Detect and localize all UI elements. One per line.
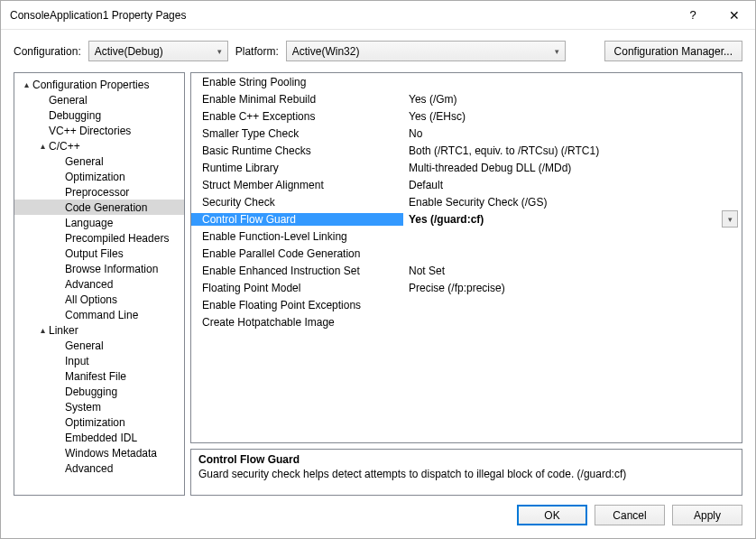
property-value[interactable]: Not Set bbox=[403, 265, 742, 277]
expander-icon[interactable]: ▴ bbox=[38, 325, 47, 335]
tree-item-label: Input bbox=[65, 355, 89, 367]
property-name: Control Flow Guard bbox=[191, 213, 403, 226]
tree-item-label: Manifest File bbox=[65, 370, 126, 383]
tree-item[interactable]: All Options bbox=[14, 292, 184, 307]
config-toolbar: Configuration: Active(Debug) ▾ Platform:… bbox=[1, 30, 755, 67]
property-value[interactable]: Yes (/EHsc) bbox=[403, 110, 742, 123]
property-row[interactable]: Struct Member AlignmentDefault bbox=[191, 176, 742, 193]
tree-item[interactable]: Debugging bbox=[14, 384, 184, 399]
tree-item-label: Optimization bbox=[65, 416, 125, 429]
tree-item-label: Debugging bbox=[65, 386, 117, 398]
property-row[interactable]: Enable Function-Level Linking bbox=[191, 228, 742, 245]
tree-item-label: Optimization bbox=[65, 171, 125, 183]
apply-button[interactable]: Apply bbox=[672, 505, 742, 525]
property-name: Basic Runtime Checks bbox=[191, 144, 403, 157]
tree-item[interactable]: Preprocessor bbox=[14, 184, 184, 200]
property-row[interactable]: Enable String Pooling bbox=[191, 73, 742, 90]
property-row[interactable]: Enable Parallel Code Generation bbox=[191, 245, 742, 262]
tree-item[interactable]: Output Files bbox=[14, 246, 184, 261]
property-value[interactable]: Yes (/guard:cf) bbox=[403, 213, 742, 226]
platform-label: Platform: bbox=[235, 45, 279, 58]
configuration-dropdown[interactable]: Active(Debug) ▾ bbox=[88, 41, 228, 61]
tree-item-label: Linker bbox=[49, 324, 78, 337]
titlebar: ConsoleApplication1 Property Pages ? ✕ bbox=[1, 1, 755, 30]
content-area: ▴Configuration PropertiesGeneralDebuggin… bbox=[1, 67, 755, 496]
ok-button[interactable]: OK bbox=[517, 505, 587, 525]
tree-item[interactable]: ▴C/C++ bbox=[14, 138, 184, 153]
property-value[interactable]: Yes (/Gm) bbox=[403, 93, 742, 106]
platform-dropdown[interactable]: Active(Win32) ▾ bbox=[286, 41, 566, 61]
tree-item-label: Code Generation bbox=[65, 201, 147, 214]
tree-item-label: Advanced bbox=[65, 278, 113, 291]
property-name: Security Check bbox=[191, 196, 403, 209]
property-value[interactable]: Enable Security Check (/GS) bbox=[403, 196, 742, 209]
tree-item[interactable]: Input bbox=[14, 353, 184, 368]
tree-item[interactable]: Command Line bbox=[14, 307, 184, 322]
tree-item[interactable]: Advanced bbox=[14, 276, 184, 292]
category-tree[interactable]: ▴Configuration PropertiesGeneralDebuggin… bbox=[14, 72, 185, 496]
dropdown-button[interactable]: ▾ bbox=[722, 210, 738, 228]
tree-item[interactable]: Precompiled Headers bbox=[14, 230, 184, 246]
tree-item[interactable]: Optimization bbox=[14, 414, 184, 430]
tree-item[interactable]: General bbox=[14, 92, 184, 107]
property-value[interactable]: No bbox=[403, 127, 742, 140]
property-row[interactable]: Enable Floating Point Exceptions bbox=[191, 296, 742, 313]
tree-item[interactable]: VC++ Directories bbox=[14, 123, 184, 138]
dialog-buttons: OK Cancel Apply bbox=[1, 496, 755, 538]
property-name: Runtime Library bbox=[191, 162, 403, 174]
tree-item-label: Output Files bbox=[65, 247, 124, 260]
tree-item[interactable]: Code Generation bbox=[14, 200, 184, 215]
tree-item[interactable]: Debugging bbox=[14, 107, 184, 123]
property-grid[interactable]: Enable String PoolingEnable Minimal Rebu… bbox=[190, 72, 742, 443]
property-name: Enable C++ Exceptions bbox=[191, 110, 403, 123]
tree-item-label: VC++ Directories bbox=[49, 125, 131, 137]
property-row[interactable]: Smaller Type CheckNo bbox=[191, 125, 742, 142]
property-row[interactable]: Enable Enhanced Instruction SetNot Set bbox=[191, 262, 742, 279]
property-name: Floating Point Model bbox=[191, 282, 403, 294]
cancel-button[interactable]: Cancel bbox=[595, 505, 665, 525]
property-row[interactable]: Create Hotpatchable Image bbox=[191, 313, 742, 330]
property-row[interactable]: Floating Point ModelPrecise (/fp:precise… bbox=[191, 279, 742, 296]
tree-item[interactable]: Manifest File bbox=[14, 368, 184, 384]
description-body: Guard security check helps detect attemp… bbox=[198, 468, 734, 480]
tree-item[interactable]: General bbox=[14, 153, 184, 169]
tree-item[interactable]: Browse Information bbox=[14, 261, 184, 276]
tree-item[interactable]: Windows Metadata bbox=[14, 445, 184, 460]
property-row[interactable]: Basic Runtime ChecksBoth (/RTC1, equiv. … bbox=[191, 142, 742, 159]
tree-item-label: Windows Metadata bbox=[65, 447, 157, 460]
tree-item[interactable]: ▴Linker bbox=[14, 322, 184, 338]
configuration-manager-button[interactable]: Configuration Manager... bbox=[604, 41, 742, 61]
tree-item-label: General bbox=[65, 339, 104, 352]
tree-item[interactable]: Optimization bbox=[14, 169, 184, 184]
property-row[interactable]: Enable Minimal RebuildYes (/Gm) bbox=[191, 90, 742, 107]
property-row[interactable]: Runtime LibraryMulti-threaded Debug DLL … bbox=[191, 159, 742, 176]
property-value[interactable]: Multi-threaded Debug DLL (/MDd) bbox=[403, 162, 742, 174]
close-button[interactable]: ✕ bbox=[714, 1, 755, 29]
help-button[interactable]: ? bbox=[672, 1, 714, 29]
property-row[interactable]: Enable C++ ExceptionsYes (/EHsc) bbox=[191, 107, 742, 125]
property-name: Enable Parallel Code Generation bbox=[191, 247, 403, 260]
expander-icon[interactable]: ▴ bbox=[38, 141, 47, 151]
tree-item-label: Language bbox=[65, 217, 113, 229]
tree-item[interactable]: Language bbox=[14, 215, 184, 230]
tree-item-label: Advanced bbox=[65, 462, 113, 475]
tree-item-label: Configuration Properties bbox=[32, 79, 149, 91]
tree-item-label: Precompiled Headers bbox=[65, 232, 169, 245]
property-row[interactable]: Control Flow GuardYes (/guard:cf)▾ bbox=[191, 210, 742, 228]
tree-item[interactable]: Advanced bbox=[14, 460, 184, 476]
tree-item[interactable]: General bbox=[14, 338, 184, 353]
property-value[interactable]: Both (/RTC1, equiv. to /RTCsu) (/RTC1) bbox=[403, 144, 742, 157]
property-value[interactable]: Default bbox=[403, 179, 742, 191]
property-row[interactable]: Security CheckEnable Security Check (/GS… bbox=[191, 193, 742, 210]
expander-icon[interactable]: ▴ bbox=[22, 79, 31, 89]
right-panel: Enable String PoolingEnable Minimal Rebu… bbox=[190, 72, 742, 496]
chevron-down-icon: ▾ bbox=[217, 47, 222, 56]
window-title: ConsoleApplication1 Property Pages bbox=[10, 9, 672, 22]
tree-item[interactable]: ▴Configuration Properties bbox=[14, 77, 184, 92]
tree-item-label: System bbox=[65, 401, 101, 414]
tree-item[interactable]: System bbox=[14, 399, 184, 414]
configuration-label: Configuration: bbox=[14, 45, 81, 58]
tree-item-label: C/C++ bbox=[49, 140, 80, 153]
property-value[interactable]: Precise (/fp:precise) bbox=[403, 282, 742, 294]
tree-item[interactable]: Embedded IDL bbox=[14, 430, 184, 445]
